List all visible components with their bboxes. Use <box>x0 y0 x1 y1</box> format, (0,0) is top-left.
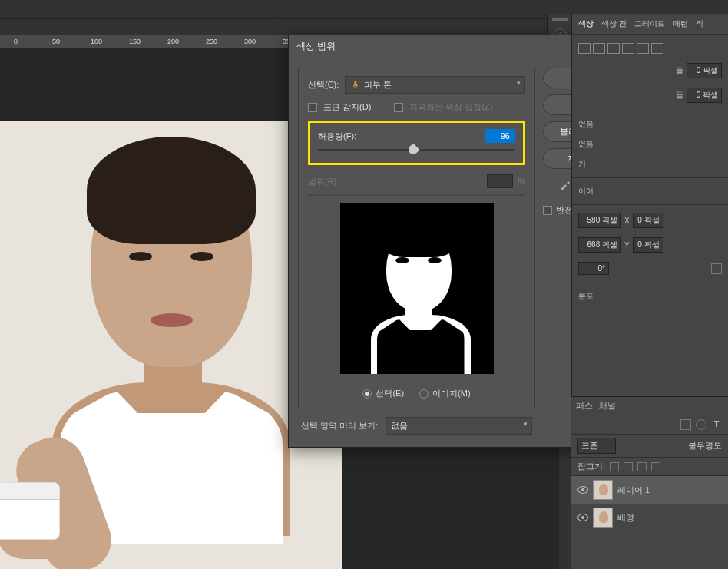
selection-preview[interactable] <box>340 203 494 374</box>
layer-name[interactable]: 레이어 1 <box>617 485 650 496</box>
dist-label: 분포 <box>578 291 594 302</box>
hyphen2-value: 없음 <box>578 139 594 150</box>
layer-name[interactable]: 배경 <box>617 512 634 524</box>
fuzziness-input[interactable]: 96 <box>485 129 515 143</box>
layer-word: 이어 <box>578 186 594 197</box>
justify-center-icon[interactable] <box>637 43 649 54</box>
preview-mode-dropdown[interactable]: 없음 <box>386 417 532 435</box>
align-left-icon[interactable] <box>578 43 591 54</box>
paths-tab[interactable]: 패스 <box>576 400 593 412</box>
preview-mode-label: 선택 영역 미리 보기: <box>301 420 378 432</box>
layer-thumbnail[interactable] <box>593 480 613 500</box>
fuzziness-highlight: 허용량(F): 96 <box>308 121 525 165</box>
fuzziness-label: 허용량(F): <box>318 131 356 142</box>
swatches-tabs[interactable]: 색상 색상 견 그레이드 패턴 직 <box>572 14 728 35</box>
indent2-input[interactable]: 0 픽셀 <box>687 88 722 103</box>
align-right-icon[interactable] <box>607 43 620 54</box>
radio-checked-icon <box>362 389 372 399</box>
indent-label: 들 <box>676 65 683 76</box>
lock-artboard-icon[interactable] <box>637 462 647 471</box>
eyedropper-icon[interactable] <box>559 178 571 190</box>
visibility-icon[interactable] <box>577 514 588 521</box>
x-input[interactable]: 0 픽셀 <box>633 213 663 228</box>
filter-pixel-icon[interactable] <box>680 419 691 430</box>
justify-right-icon[interactable] <box>651 43 663 54</box>
radio-image[interactable]: 이미지(M) <box>419 388 471 399</box>
align-center-icon[interactable] <box>593 43 605 54</box>
blend-mode-select[interactable]: 표준 <box>577 438 616 454</box>
range-label: 범위(R): <box>308 176 339 187</box>
flip-h-icon[interactable] <box>711 263 722 274</box>
panel-grip-icon[interactable] <box>552 18 568 21</box>
slider-thumb-icon[interactable] <box>407 144 420 157</box>
opacity-label: 불투명도 <box>688 440 722 452</box>
select-dropdown[interactable]: 🧍피부 톤 <box>345 76 525 94</box>
range-unit: % <box>518 177 525 186</box>
fuzziness-slider[interactable] <box>318 149 515 151</box>
paragraph-align-icons[interactable] <box>572 38 728 58</box>
gi-label: 기 <box>578 159 586 170</box>
indent-input[interactable]: 0 픽셀 <box>687 63 722 78</box>
y-label: Y <box>624 241 630 250</box>
layers-panel: 패스 채널 T 표준 불투명도 잠그기: 레이어 1 배경 <box>571 396 728 569</box>
detect-faces-label: 표면 감지(D) <box>323 101 371 113</box>
visibility-icon[interactable] <box>577 486 588 494</box>
filter-type-icon[interactable]: T <box>711 419 722 430</box>
indent2-label: 들 <box>676 90 683 101</box>
justify-left-icon[interactable] <box>622 43 634 54</box>
x-label: X <box>624 217 630 225</box>
localized-label: 지역화된 색상 집합(Z) <box>409 101 492 113</box>
layer-thumbnail[interactable] <box>593 508 613 528</box>
localized-checkbox <box>394 103 403 112</box>
radio-selection[interactable]: 선택(E) <box>362 388 404 399</box>
radio-unchecked-icon <box>419 389 429 399</box>
channels-tab[interactable]: 채널 <box>599 400 616 412</box>
width-input[interactable]: 580 픽셀 <box>578 213 621 228</box>
detect-faces-checkbox[interactable] <box>308 103 317 112</box>
select-label: 선택(C): <box>308 79 339 91</box>
lock-all-icon[interactable] <box>651 462 660 471</box>
dialog-options-panel: 선택(C): 🧍피부 톤 표면 감지(D) 지역화된 색상 집합(Z) 허용량(… <box>298 68 535 409</box>
range-input <box>487 174 513 188</box>
angle-input[interactable]: 0° <box>578 262 609 275</box>
height-input[interactable]: 668 픽셀 <box>578 237 621 253</box>
person-standing-icon: 🧍 <box>350 80 361 89</box>
filter-adjust-icon[interactable] <box>696 419 706 430</box>
dialog-title-text: 색상 범위 <box>296 40 336 53</box>
lock-pixels-icon[interactable] <box>610 462 619 471</box>
layers-panel-tabs[interactable]: 패스 채널 <box>571 397 728 415</box>
lock-label: 잠그기: <box>577 461 605 472</box>
invert-checkbox[interactable] <box>543 206 552 215</box>
hyphen1-value: 없음 <box>578 119 594 130</box>
layer-row-1[interactable]: 레이어 1 <box>571 476 728 504</box>
person-figure <box>91 152 252 367</box>
layer-row-bg[interactable]: 배경 <box>571 504 728 531</box>
lock-position-icon[interactable] <box>624 462 633 471</box>
range-slider <box>308 194 525 196</box>
y-input[interactable]: 0 픽셀 <box>633 237 663 253</box>
